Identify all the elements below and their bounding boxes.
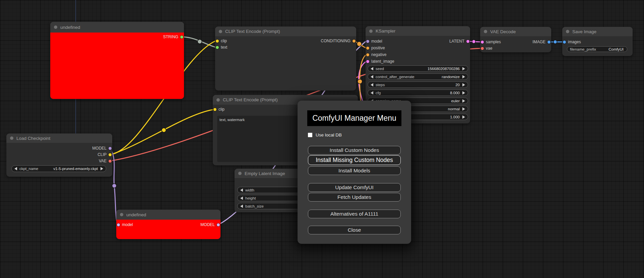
use-local-db-row[interactable]: Use local DB [308, 132, 342, 137]
input-samples: samples [481, 40, 501, 44]
node-title-bar: Load Checkpoint [6, 133, 112, 143]
decrement-arrow-icon[interactable] [371, 91, 373, 95]
conditioning-port-icon[interactable] [352, 40, 356, 43]
collapse-dot-icon[interactable] [54, 25, 57, 29]
vae-port-icon[interactable] [109, 160, 112, 163]
node-title: CLIP Text Encode (Prompt) [225, 29, 280, 34]
collapse-dot-icon[interactable] [238, 172, 242, 175]
input-images: images [563, 40, 581, 44]
input-model: model [366, 39, 382, 44]
clip-port-icon[interactable] [216, 40, 219, 43]
input-clip: clip [216, 39, 227, 43]
input-latent-image: latent_image [366, 59, 394, 64]
reroute-dot-purple[interactable] [112, 184, 117, 188]
model-out-port-icon[interactable] [217, 223, 220, 226]
collapse-dot-icon[interactable] [216, 98, 220, 102]
reroute-dot-gray[interactable] [198, 40, 202, 44]
node-title-bar: Save Image [562, 27, 633, 36]
decrement-arrow-icon[interactable] [371, 75, 373, 78]
use-local-db-checkbox[interactable] [308, 133, 312, 137]
node-title: undefined [126, 212, 146, 217]
reroute-dot-yellow[interactable] [162, 128, 166, 132]
decrement-arrow-icon[interactable] [371, 67, 373, 70]
increment-arrow-icon[interactable] [462, 67, 465, 70]
reroute-dot-orange-negative[interactable] [358, 79, 362, 84]
increment-arrow-icon[interactable] [462, 75, 465, 78]
node-save-image[interactable]: Save Image images filename_prefix ComfyU… [562, 27, 633, 56]
close-button[interactable]: Close [308, 226, 401, 234]
increment-arrow-icon[interactable] [462, 83, 465, 87]
decrement-arrow-icon[interactable] [371, 83, 373, 87]
widget-cfg[interactable]: cfg 8.000 [368, 90, 468, 96]
input-positive: positive [366, 46, 385, 50]
collapse-dot-icon[interactable] [566, 30, 569, 33]
increment-arrow-icon[interactable] [462, 99, 465, 103]
node-title: CLIP Text Encode (Prompt) [223, 97, 278, 102]
increment-arrow-icon[interactable] [462, 115, 465, 119]
positive-port-icon[interactable] [366, 47, 369, 50]
node-undefined-bottom[interactable]: undefined model MODEL [116, 210, 220, 239]
node-title: Empty Latent Image [245, 171, 285, 176]
decrement-arrow-icon[interactable] [240, 205, 243, 208]
reroute-dot-pink[interactable] [472, 40, 476, 44]
output-model: MODEL [92, 146, 112, 151]
fetch-updates-button[interactable]: Fetch Updates [308, 193, 401, 202]
output-latent: LATENT [449, 39, 469, 44]
node-title: undefined [60, 25, 80, 30]
text-port-icon[interactable] [216, 46, 219, 49]
output-clip: CLIP [98, 152, 112, 157]
collapse-dot-icon[interactable] [120, 213, 123, 216]
model-port-icon[interactable] [109, 147, 112, 150]
widget-filename-prefix[interactable]: filename_prefix ComfyUI [567, 46, 627, 52]
increment-arrow-icon[interactable] [462, 91, 465, 95]
node-load-checkpoint[interactable]: Load Checkpoint MODEL CLIP VAE ckpt_name… [6, 133, 112, 177]
decrement-arrow-icon[interactable] [240, 188, 243, 192]
widget-control-after-generate[interactable]: control_after_generate randomize [368, 73, 468, 80]
node-vae-decode[interactable]: VAE Decode samples vae IMAGE [480, 27, 551, 52]
increment-arrow-icon[interactable] [101, 167, 103, 170]
node-title: Load Checkpoint [16, 136, 50, 141]
node-undefined-top[interactable]: undefined STRING [50, 22, 184, 99]
images-port-icon[interactable] [563, 41, 566, 44]
collapse-dot-icon[interactable] [369, 30, 373, 33]
output-string: STRING [163, 35, 183, 39]
string-port-icon[interactable] [180, 36, 183, 39]
samples-port-icon[interactable] [481, 41, 484, 44]
widget-steps[interactable]: steps 20 [368, 81, 468, 88]
output-vae: VAE [99, 159, 112, 163]
reroute-dot-orange-positive[interactable] [357, 42, 362, 46]
install-models-button[interactable]: Install Models [308, 166, 401, 175]
alternatives-of-a1111-button[interactable]: Alternatives of A1111 [308, 210, 401, 218]
reroute-dot-blue[interactable] [554, 40, 557, 44]
widget-seed[interactable]: seed 156680208700286 [368, 65, 468, 72]
decrement-arrow-icon[interactable] [14, 167, 17, 170]
latent-port-icon[interactable] [366, 60, 369, 63]
dialog-title: ComfyUI Manager Menu [307, 110, 401, 126]
model-port-icon[interactable] [366, 40, 369, 43]
vae-port-icon[interactable] [481, 47, 484, 50]
node-title-bar: KSampler [366, 26, 470, 36]
node-title-bar: CLIP Text Encode (Prompt) [215, 26, 356, 36]
node-clip-encode-top[interactable]: CLIP Text Encode (Prompt) clip text COND… [215, 26, 356, 91]
widget-ckpt-name[interactable]: ckpt_name v1-5-pruned-emaonly.ckpt [11, 165, 106, 172]
clip-port-icon[interactable] [213, 108, 216, 111]
decrement-arrow-icon[interactable] [240, 197, 243, 200]
install-custom-nodes-button[interactable]: Install Custom Nodes [308, 146, 401, 155]
output-model: MODEL [200, 222, 220, 227]
comfyui-manager-dialog: ComfyUI Manager Menu Use local DB Instal… [298, 101, 411, 244]
negative-port-icon[interactable] [366, 53, 369, 56]
install-missing-custom-nodes-button[interactable]: Install Missing Custom Nodes [308, 155, 401, 165]
input-negative: negative [366, 52, 386, 57]
node-title-bar: undefined [116, 210, 220, 220]
collapse-dot-icon[interactable] [484, 30, 487, 33]
latent-out-port-icon[interactable] [466, 40, 469, 43]
increment-arrow-icon[interactable] [462, 107, 465, 111]
image-port-icon[interactable] [548, 41, 551, 44]
update-comfyui-button[interactable]: Update ComfyUI [308, 183, 401, 192]
collapse-dot-icon[interactable] [219, 30, 222, 33]
node-title: Save Image [572, 29, 596, 34]
collapse-dot-icon[interactable] [10, 136, 13, 140]
clip-port-icon[interactable] [109, 153, 112, 156]
model-port-icon[interactable] [117, 223, 120, 226]
node-graph-canvas[interactable]: undefined STRING CLIP Text Encode (Promp… [0, 0, 644, 278]
